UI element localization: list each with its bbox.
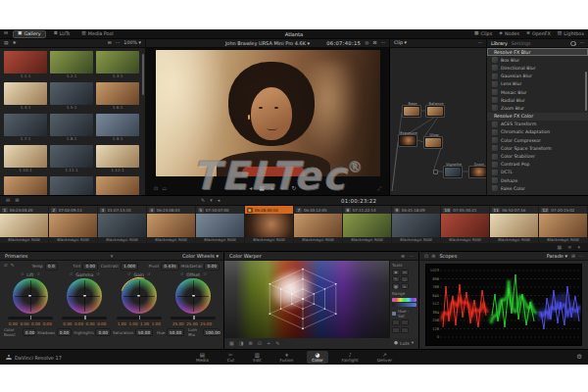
timeline-clip[interactable]: 10 07:05:30:21 Blackmagic RAW	[441, 206, 489, 243]
view-toggle-button[interactable]: ⊗ OpenFX	[526, 31, 551, 36]
wheel-value-y[interactable]: 0.00	[9, 321, 18, 326]
wheel-mode-select[interactable]: Color Wheels ▾	[182, 253, 219, 259]
library-row[interactable]: Dehaze	[487, 176, 588, 184]
library-row[interactable]: Color Space Transform	[487, 144, 588, 152]
page-button[interactable]: ◕ Color	[307, 351, 327, 364]
wheel-value-g[interactable]: 1.00	[140, 321, 149, 326]
footer-value[interactable]: 100.00	[203, 328, 220, 336]
warper-value-chip[interactable]	[401, 327, 409, 333]
library-row[interactable]: Contrast Pop	[487, 161, 588, 169]
color-wheel-disc[interactable]	[13, 278, 48, 314]
color-wheel-disc[interactable]	[122, 278, 157, 314]
annotation-tool-icon[interactable]: ✎	[201, 198, 205, 203]
more-icon[interactable]: ···	[579, 41, 584, 46]
reset-icon[interactable]: ↺	[96, 272, 100, 276]
library-row[interactable]: Box Blur	[487, 56, 588, 64]
gallery-still[interactable]: 1.4.1	[4, 82, 47, 111]
page-button[interactable]: ▥ Edit	[248, 351, 266, 364]
wheel-value-y[interactable]: 0.00	[63, 321, 72, 326]
warper-mode-select[interactable]: ● Luts ▾	[394, 341, 414, 346]
grade-node[interactable]: Grain	[468, 166, 487, 178]
library-row[interactable]: Resolve FX Color	[487, 113, 588, 121]
chevron-down-icon[interactable]: ▾	[111, 254, 114, 259]
warper-footer-icon[interactable]: ◨	[239, 341, 244, 346]
grade-node[interactable]: Vignette	[443, 166, 463, 178]
transport-button[interactable]: »	[281, 185, 285, 191]
warper-header-icon[interactable]: ⊕	[401, 254, 405, 259]
master-wheel-slider[interactable]	[171, 317, 216, 319]
view-toggle-button[interactable]: ◈ Nodes	[499, 31, 519, 36]
saturation-range-bar[interactable]	[392, 303, 416, 307]
scope-type-select[interactable]: Parade ▾	[547, 253, 567, 259]
timeline-clip[interactable]: 2 07:02:09:13 Blackmagic RAW	[49, 206, 97, 243]
adjustment-value[interactable]: 0.00	[204, 263, 220, 270]
grade-node[interactable]: Base	[402, 105, 421, 118]
warper-tool-icon[interactable]: ▦	[392, 283, 400, 289]
wheel-value-b[interactable]: 1.00	[152, 321, 161, 326]
warper-footer-icon[interactable]: ∅	[258, 341, 262, 346]
library-row[interactable]: Directional Blur	[487, 64, 588, 72]
timeline-clip[interactable]: 6 06:28:40:10 Blackmagic RAW	[245, 206, 293, 243]
timeline-select[interactable]: John Brawley URSA Mini Pro 4.6K ▾	[225, 40, 310, 46]
reset-icon[interactable]: ↺	[36, 272, 40, 276]
gallery-still[interactable]: 1.5.1	[50, 82, 93, 111]
viewer-option-icon[interactable]: ◎	[365, 41, 368, 46]
page-button[interactable]: ∗ Fusion	[275, 351, 299, 364]
node-mixer[interactable]	[433, 170, 438, 174]
warper-tool-icon[interactable]: ▭	[401, 270, 409, 275]
timeline-clip[interactable]: 1 06:23:04:20 Blackmagic RAW	[0, 206, 48, 243]
transport-button[interactable]: ▸	[271, 185, 274, 191]
timeline-clip[interactable]: 4 06:24:08:03 Blackmagic RAW	[147, 206, 195, 243]
gallery-view-icon[interactable]: ⊞	[108, 41, 112, 46]
grade-node[interactable]: Balance	[425, 105, 445, 118]
wheel-value-y[interactable]: 25.00	[172, 321, 184, 326]
library-row[interactable]: Lens Blur	[487, 80, 588, 88]
hue-range-bar[interactable]	[392, 298, 416, 302]
reset-icon[interactable]: ↺	[147, 272, 151, 276]
reset-icon[interactable]: ↺	[21, 272, 24, 276]
footer-value[interactable]: 0.00	[57, 328, 73, 336]
gallery-still[interactable]: 1.11.1	[50, 145, 93, 173]
warper-footer-icon[interactable]: ⊞	[248, 341, 252, 346]
adjustment-value[interactable]: 0.435	[161, 263, 178, 270]
footer-value[interactable]: 0.00	[23, 328, 35, 336]
gallery-still[interactable]: 1.15.1	[96, 176, 139, 195]
warper-tool-icon[interactable]: ✎	[392, 276, 400, 282]
gallery-zoom-select[interactable]: 100% ▾	[123, 40, 141, 46]
page-button[interactable]: ✂ Cut	[222, 351, 239, 364]
reset-icon[interactable]: ↺	[127, 272, 131, 276]
wheel-value-r[interactable]: 25.00	[186, 321, 198, 326]
hue-sat-toggle[interactable]: Hue - Sat	[392, 309, 416, 318]
gallery-still[interactable]: 1.6.1	[96, 82, 139, 111]
tab-settings[interactable]: Settings	[512, 41, 531, 46]
warper-tool-icon[interactable]: ◈	[392, 270, 400, 275]
primaries-tool-icon[interactable]: ✎	[11, 264, 15, 268]
wheel-value-r[interactable]: 0.00	[74, 321, 83, 326]
timeline-strip-icon[interactable]: ▦	[558, 245, 563, 250]
gallery-still[interactable]: 1.14.1	[50, 176, 93, 195]
library-row[interactable]: Color Stabilizer	[487, 152, 588, 160]
video-frame[interactable]	[156, 50, 380, 176]
warper-value-chip[interactable]	[401, 319, 409, 325]
library-row[interactable]: Color Compressor	[487, 136, 588, 144]
wheel-value-g[interactable]: 0.00	[31, 321, 40, 326]
reset-icon[interactable]: ↺	[180, 272, 184, 276]
library-row[interactable]: Mosaic Blur	[487, 88, 588, 96]
warper-header-icon[interactable]: ···	[409, 254, 414, 259]
expand-icon[interactable]: ⤢	[377, 186, 381, 191]
timeline-clip[interactable]: 7 06:30:12:05 Blackmagic RAW	[294, 206, 342, 243]
gallery-still[interactable]: 1.3.1	[96, 51, 139, 79]
warper-footer-icon[interactable]: ✎	[275, 341, 279, 346]
scopes-option-icon[interactable]: ···	[578, 254, 583, 259]
page-button[interactable]: ↗ Deliver	[372, 351, 397, 364]
timeline-strip-icon[interactable]: ▾	[577, 245, 580, 250]
library-row[interactable]: Radial Blur	[487, 96, 588, 104]
gallery-still[interactable]: 1.13.1	[4, 176, 47, 195]
library-row[interactable]: DCTL	[487, 169, 588, 176]
warper-footer-icon[interactable]: ▦	[229, 341, 234, 346]
gallery-panel-tab[interactable]: ▣ Gallery	[13, 30, 46, 38]
gallery-still[interactable]: 1.7.1	[4, 114, 47, 142]
library-row[interactable]: Chromatic Adaptation	[487, 128, 588, 136]
transport-button[interactable]: ◂	[249, 185, 252, 191]
viewer-option-icon[interactable]: ⊠	[372, 41, 376, 46]
